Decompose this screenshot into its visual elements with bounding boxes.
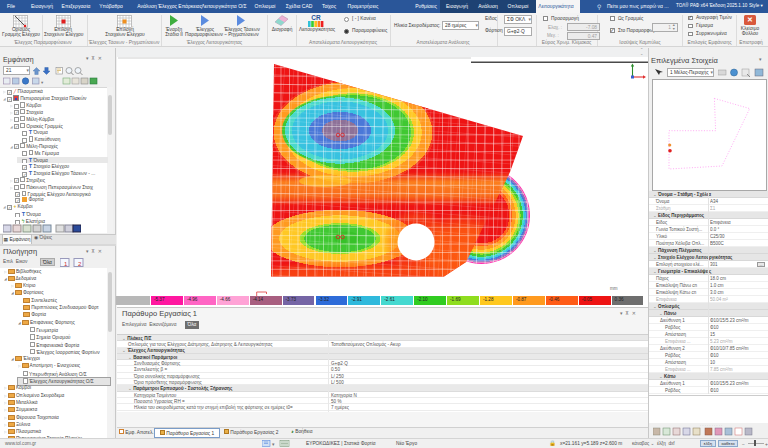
svg-text:▾: ▾ <box>272 441 275 447</box>
svg-text:▾: ▾ <box>41 80 44 85</box>
